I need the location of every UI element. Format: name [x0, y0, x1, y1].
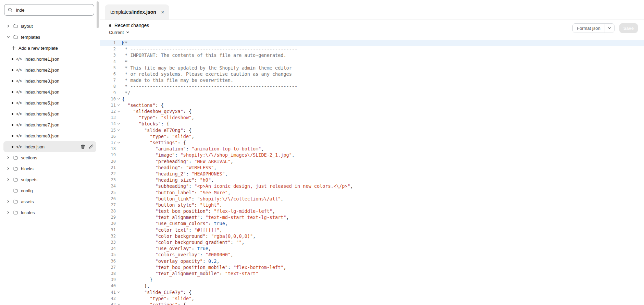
code-line-22[interactable]: 22 "heading_2": "HEADPHONES",: [100, 171, 644, 177]
code-line-text: "preheading": "NEW ARRIVAL",: [121, 158, 233, 164]
tree-item-label: layout: [21, 24, 33, 29]
tree-item-sections[interactable]: sections: [3, 152, 96, 163]
chevron-down-icon[interactable]: [6, 35, 10, 39]
tree-item-layout[interactable]: layout: [3, 21, 96, 32]
chevron-right-icon[interactable]: [6, 211, 10, 214]
code-line-31[interactable]: 31 "color_text": "#ffffff",: [100, 227, 644, 233]
tree-item-snippets[interactable]: snippets: [3, 174, 96, 185]
chevron-right-icon[interactable]: [6, 167, 10, 170]
tree-item-index-home8-json[interactable]: </>index.home8.json: [3, 130, 96, 141]
code-line-5[interactable]: 5 * This file may be updated by the Shop…: [100, 65, 644, 71]
code-line-16[interactable]: 16 "type": "slide",: [100, 133, 644, 139]
code-line-42[interactable]: 42 "type": "slide",: [100, 295, 644, 302]
code-line-36[interactable]: 36 "overlay_opacity": 0.2,: [100, 258, 644, 264]
fold-toggle-icon[interactable]: [116, 291, 121, 294]
code-line-43[interactable]: 43 "settings": {: [100, 302, 644, 305]
tree-item-templates[interactable]: templates: [3, 32, 96, 42]
tree-item-index-home1-json[interactable]: </>index.home1.json: [3, 53, 96, 64]
fold-toggle-icon[interactable]: [116, 97, 121, 100]
code-editor[interactable]: 1/*2 * ---------------------------------…: [100, 39, 644, 305]
code-line-text: "type": "slide",: [121, 133, 194, 139]
fold-toggle-icon[interactable]: [116, 141, 121, 144]
code-line-18[interactable]: 18 "animation": "animation-top-to-bottom…: [100, 146, 644, 152]
code-line-37[interactable]: 37 "text_box_position_mobile": "flex-bot…: [100, 264, 644, 270]
search-input[interactable]: [15, 7, 90, 13]
code-line-40[interactable]: 40 },: [100, 283, 644, 289]
code-line-23[interactable]: 23 "heading_size": "h0",: [100, 177, 644, 183]
code-line-6[interactable]: 6 * or related systems. Please exercise …: [100, 71, 644, 77]
add-new-template-button[interactable]: Add a new template: [3, 42, 96, 53]
tree-item-assets[interactable]: assets: [3, 196, 96, 207]
rename-file-button[interactable]: [89, 144, 94, 149]
code-line-35[interactable]: 35 "colors_overlay": "#000000",: [100, 252, 644, 258]
plus-icon: [12, 46, 16, 50]
code-line-4[interactable]: 4 *: [100, 59, 644, 65]
code-line-9[interactable]: 9 */: [100, 90, 644, 96]
line-gutter: 25: [100, 190, 121, 196]
sidebar-scrollbar[interactable]: [97, 1, 99, 28]
fold-toggle-icon[interactable]: [116, 129, 121, 132]
code-line-24[interactable]: 24 "subheading": "<p>An iconic design, j…: [100, 183, 644, 189]
chevron-right-icon[interactable]: [6, 24, 10, 28]
tree-item-index-home6-json[interactable]: </>index.home6.json: [3, 108, 96, 119]
code-line-39[interactable]: 39 }: [100, 277, 644, 283]
tree-item-config[interactable]: config: [3, 185, 96, 196]
code-line-text: "button_link": "shopify:\/\/collections\…: [121, 196, 283, 202]
tab-close-icon[interactable]: ×: [161, 9, 164, 15]
version-selector[interactable]: Current: [109, 30, 129, 35]
code-line-7[interactable]: 7 * made to this file may be overwritten…: [100, 77, 644, 83]
chevron-right-icon[interactable]: [6, 178, 10, 181]
code-line-33[interactable]: 33 "color_background_gradient": "",: [100, 239, 644, 245]
code-line-10[interactable]: 10{: [100, 96, 644, 102]
code-line-15[interactable]: 15 "slide_eT7Qng": {: [100, 127, 644, 133]
code-line-19[interactable]: 19 "image": "shopify:\/\/shop_images\/SL…: [100, 152, 644, 158]
code-line-11[interactable]: 11 "sections": {: [100, 102, 644, 108]
chevron-right-icon[interactable]: [6, 156, 10, 159]
code-file-icon: </>: [16, 101, 22, 105]
line-gutter: 9: [100, 90, 121, 96]
code-line-13[interactable]: 13 "type": "slideshow",: [100, 114, 644, 121]
tree-item-blocks[interactable]: blocks: [3, 163, 96, 174]
format-options-dropdown[interactable]: [605, 24, 614, 33]
code-line-text: * --------------------------------------…: [121, 46, 297, 52]
file-search[interactable]: [4, 4, 94, 16]
code-line-20[interactable]: 20 "preheading": "NEW ARRIVAL",: [100, 158, 644, 164]
delete-file-button[interactable]: [80, 144, 85, 149]
tree-item-index-home7-json[interactable]: </>index.home7.json: [3, 119, 96, 130]
fold-toggle-icon[interactable]: [116, 122, 121, 125]
code-line-30[interactable]: 30 "use_custom_colors": true,: [100, 220, 644, 227]
code-line-28[interactable]: 28 "text_box_position": "flex-lg-middle-…: [100, 208, 644, 214]
code-line-34[interactable]: 34 "use_overlay": true,: [100, 245, 644, 252]
code-line-25[interactable]: 25 "button_label": "See More",: [100, 190, 644, 196]
line-number: 31: [100, 227, 116, 233]
code-line-3[interactable]: 3 * IMPORTANT: The contents of this file…: [100, 52, 644, 58]
tree-item-index-home5-json[interactable]: </>index.home5.json: [3, 97, 96, 108]
fold-toggle-icon[interactable]: [116, 110, 121, 113]
tree-item-locales[interactable]: locales: [3, 207, 96, 218]
code-line-1[interactable]: 1/*: [100, 40, 644, 46]
fold-toggle-icon[interactable]: [116, 103, 121, 107]
code-line-text: "slide_eT7Qng": {: [121, 127, 191, 133]
chevron-right-icon[interactable]: [6, 200, 10, 203]
tree-item-label: index.home8.json: [25, 133, 60, 138]
tab-templates-index-json[interactable]: templates/index.json ×: [105, 4, 169, 20]
code-line-32[interactable]: 32 "color_background": "rgba(0,0,0,0)",: [100, 233, 644, 239]
tree-item-index-json[interactable]: </>index.json: [3, 141, 96, 152]
code-line-41[interactable]: 41 "slide_CLFe7y": {: [100, 289, 644, 295]
code-line-38[interactable]: 38 "text_alignment_mobile": "text-start": [100, 270, 644, 277]
code-line-14[interactable]: 14 "blocks": {: [100, 121, 644, 127]
code-line-2[interactable]: 2 * ------------------------------------…: [100, 46, 644, 52]
fold-toggle-icon[interactable]: [116, 303, 121, 305]
tree-item-index-home3-json[interactable]: </>index.home3.json: [3, 75, 96, 86]
code-line-29[interactable]: 29 "text_alignment": "text-md-start text…: [100, 214, 644, 220]
code-line-17[interactable]: 17 "settings": {: [100, 139, 644, 146]
tree-item-index-home4-json[interactable]: </>index.home4.json: [3, 86, 96, 97]
format-json-button[interactable]: Format json: [573, 24, 605, 33]
code-line-21[interactable]: 21 "heading": "WIRELESS",: [100, 164, 644, 171]
tree-item-index-home2-json[interactable]: </>index.home2.json: [3, 64, 96, 75]
save-button[interactable]: Save: [619, 23, 638, 33]
code-line-26[interactable]: 26 "button_link": "shopify:\/\/collectio…: [100, 196, 644, 202]
code-line-27[interactable]: 27 "button_style": "light",: [100, 202, 644, 208]
code-line-12[interactable]: 12 "slideshow_qcVyxa": {: [100, 108, 644, 114]
code-line-8[interactable]: 8 * ------------------------------------…: [100, 83, 644, 89]
